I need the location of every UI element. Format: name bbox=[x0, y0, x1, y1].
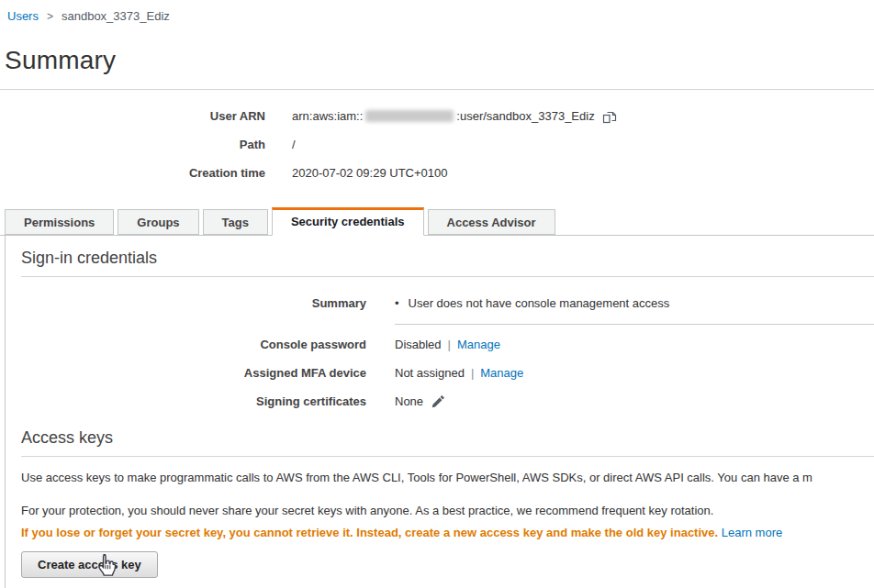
secret-key-warning: If you lose or forget your secret key, y… bbox=[21, 526, 874, 539]
path-value: / bbox=[292, 138, 296, 151]
security-credentials-panel: Sign-in credentials Summary • User does … bbox=[5, 236, 874, 588]
summary-value: • User does not have console management … bbox=[395, 296, 669, 310]
mfa-device-value: Not assigned bbox=[395, 366, 465, 380]
signin-credentials-heading: Sign-in credentials bbox=[21, 249, 874, 268]
breadcrumb-separator: > bbox=[47, 10, 53, 23]
tab-bar: Permissions Groups Tags Security credent… bbox=[0, 207, 874, 236]
title-divider bbox=[0, 89, 874, 90]
breadcrumb-users-link[interactable]: Users bbox=[7, 9, 39, 23]
tab-permissions[interactable]: Permissions bbox=[5, 209, 114, 235]
user-arn-value: arn:aws:iam:::user/sandbox_3373_Ediz bbox=[292, 109, 617, 124]
summary-label: Summary bbox=[21, 296, 366, 310]
signing-certificates-label: Signing certificates bbox=[21, 394, 366, 408]
manage-console-password-link[interactable]: Manage bbox=[457, 338, 500, 351]
signing-certificates-row: Signing certificates None bbox=[21, 387, 874, 416]
warning-text: If you lose or forget your secret key, y… bbox=[21, 526, 718, 539]
arn-redacted-account-id bbox=[365, 110, 454, 122]
summary-row: Summary • User does not have console man… bbox=[21, 289, 874, 317]
mfa-device-row: Assigned MFA device Not assigned | Manag… bbox=[21, 359, 874, 387]
edit-pencil-icon[interactable] bbox=[431, 394, 445, 408]
create-access-key-button[interactable]: Create access key bbox=[21, 551, 158, 578]
copy-icon[interactable] bbox=[602, 109, 617, 124]
protection-note: For your protection, you should never sh… bbox=[21, 504, 874, 517]
signing-certificates-value: None bbox=[395, 394, 423, 408]
path-row: Path / bbox=[0, 130, 874, 159]
breadcrumb-current: sandbox_3373_Ediz bbox=[62, 9, 170, 23]
user-arn-label: User ARN bbox=[0, 109, 265, 123]
creation-time-row: Creation time 2020-07-02 09:29 UTC+0100 bbox=[0, 159, 874, 187]
tab-tags[interactable]: Tags bbox=[203, 209, 268, 235]
manage-mfa-link[interactable]: Manage bbox=[480, 366, 523, 380]
arn-suffix: :user/sandbox_3373_Ediz bbox=[456, 109, 594, 123]
console-password-row: Console password Disabled | Manage bbox=[21, 330, 874, 359]
user-arn-row: User ARN arn:aws:iam:::user/sandbox_3373… bbox=[0, 102, 874, 130]
tab-access-advisor[interactable]: Access Advisor bbox=[428, 209, 555, 235]
bullet-icon: • bbox=[395, 296, 399, 310]
learn-more-link[interactable]: Learn more bbox=[722, 526, 782, 539]
console-password-value: Disabled bbox=[395, 338, 442, 351]
signin-credentials-divider bbox=[21, 276, 874, 277]
breadcrumb: Users>sandbox_3373_Ediz bbox=[0, 0, 874, 23]
access-keys-heading: Access keys bbox=[21, 428, 874, 448]
summary-text: User does not have console management ac… bbox=[409, 296, 670, 310]
tab-security-credentials[interactable]: Security credentials bbox=[272, 207, 424, 236]
value-link-separator: | bbox=[471, 366, 474, 380]
value-link-separator: | bbox=[448, 338, 451, 351]
console-password-label: Console password bbox=[21, 338, 366, 351]
user-details: User ARN arn:aws:iam:::user/sandbox_3373… bbox=[0, 102, 874, 187]
creation-time-label: Creation time bbox=[0, 166, 265, 180]
access-keys-divider bbox=[21, 456, 874, 457]
path-label: Path bbox=[0, 138, 265, 151]
arn-prefix: arn:aws:iam:: bbox=[292, 109, 363, 123]
page-title: Summary bbox=[5, 46, 874, 75]
tab-groups[interactable]: Groups bbox=[118, 209, 198, 235]
creation-time-value: 2020-07-02 09:29 UTC+0100 bbox=[292, 166, 447, 180]
summary-row-divider bbox=[395, 324, 874, 325]
access-keys-description: Use access keys to make programmatic cal… bbox=[21, 471, 874, 484]
mfa-device-label: Assigned MFA device bbox=[21, 366, 366, 380]
